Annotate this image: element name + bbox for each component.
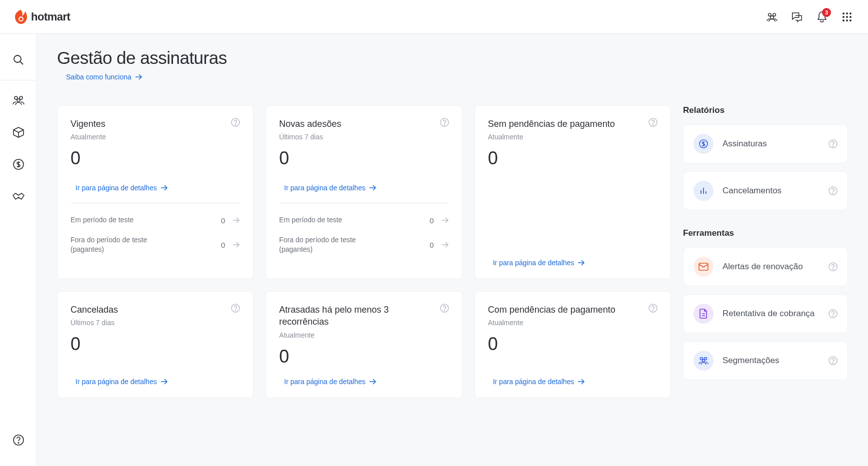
- details-link[interactable]: Ir para página de detalhes: [284, 184, 448, 192]
- svg-point-28: [236, 310, 236, 311]
- metrics-grid: Vigentes Atualmente 0 Ir para página de …: [57, 105, 671, 398]
- sidebar-item-help[interactable]: [0, 424, 36, 456]
- details-link[interactable]: Ir para página de detalhes: [284, 378, 448, 386]
- sidebar-item-search[interactable]: [0, 44, 36, 76]
- svg-point-1: [20, 17, 22, 20]
- info-icon[interactable]: [828, 186, 838, 195]
- reports-title: Relatórios: [683, 105, 848, 115]
- header-actions: 3: [766, 11, 853, 23]
- side-card-subscriptions[interactable]: Assinaturas: [683, 124, 848, 163]
- svg-point-17: [17, 99, 20, 102]
- svg-point-47: [832, 363, 833, 363]
- arrow-right-icon: [160, 184, 168, 192]
- card-no-pending: Sem pendências de pagamento Atualmente 0…: [474, 105, 671, 279]
- details-link[interactable]: Ir para página de detalhes: [76, 184, 240, 192]
- arrow-right-icon: [441, 216, 449, 224]
- info-icon[interactable]: [828, 262, 838, 271]
- bars-icon: [694, 181, 714, 201]
- sidebar-item-sales[interactable]: [0, 148, 36, 180]
- dollar-circle-icon: [694, 134, 714, 154]
- logo-text: hotmart: [31, 10, 70, 23]
- info-icon[interactable]: [648, 304, 658, 313]
- card-subtitle: Atualmente: [279, 331, 448, 339]
- svg-point-15: [14, 96, 18, 99]
- breakdown-row[interactable]: Em período de teste 0: [279, 210, 448, 230]
- flame-icon: [15, 10, 27, 24]
- svg-point-40: [832, 269, 833, 269]
- sidebar-item-affiliates[interactable]: [0, 180, 36, 212]
- info-icon[interactable]: [828, 309, 838, 318]
- svg-point-7: [850, 12, 852, 14]
- sidebar-item-community[interactable]: [0, 84, 36, 116]
- logo[interactable]: hotmart: [15, 10, 70, 24]
- side-card-renewal-alerts[interactable]: Alertas de renovação: [683, 247, 848, 286]
- arrow-right-icon: [134, 73, 142, 81]
- card-subtitle: Últimos 7 dias: [70, 319, 240, 327]
- details-link[interactable]: Ir para página de detalhes: [76, 378, 240, 386]
- side-card-segmentations[interactable]: Segmentações: [683, 341, 848, 380]
- info-icon[interactable]: [828, 139, 838, 148]
- notifications-icon[interactable]: 3: [816, 11, 828, 23]
- card-title: Canceladas: [70, 304, 118, 316]
- svg-point-20: [18, 443, 19, 444]
- breakdown-row[interactable]: Em período de teste 0: [70, 210, 240, 230]
- svg-point-6: [846, 12, 848, 14]
- arrow-right-icon: [577, 378, 585, 386]
- svg-point-24: [444, 124, 444, 125]
- help-icon: [12, 434, 24, 446]
- card-title: Com pendências de pagamento: [488, 304, 616, 316]
- breakdown-row[interactable]: Fora do período de teste (pagantes) 0: [279, 230, 448, 260]
- info-icon[interactable]: [648, 118, 658, 127]
- main-content: Gestão de assinaturas Saiba como funcion…: [37, 34, 868, 466]
- arrow-right-icon: [232, 241, 240, 249]
- svg-point-2: [768, 13, 772, 16]
- card-title: Atrasadas há pelo menos 3 recorrências: [279, 304, 440, 328]
- info-icon[interactable]: [828, 356, 838, 365]
- card-with-pending: Com pendências de pagamento Atualmente 0…: [474, 291, 671, 398]
- apps-icon[interactable]: [841, 11, 853, 23]
- divider: [0, 80, 36, 80]
- tools-title: Ferramentas: [683, 228, 848, 238]
- arrow-right-icon: [160, 378, 168, 386]
- breakdown-row[interactable]: Fora do período de teste (pagantes) 0: [70, 230, 240, 260]
- svg-point-10: [850, 16, 852, 18]
- people-icon: [12, 95, 25, 105]
- sidebar-item-products[interactable]: [0, 116, 36, 148]
- mail-icon: [694, 257, 714, 277]
- card-value: 0: [488, 148, 658, 169]
- svg-rect-38: [699, 263, 708, 270]
- svg-point-12: [846, 19, 848, 21]
- card-subtitle: Últimos 7 dias: [279, 133, 448, 141]
- svg-point-32: [652, 310, 653, 311]
- side-card-retry-billing[interactable]: Retentativa de cobrança: [683, 294, 848, 333]
- card-value: 0: [279, 346, 448, 367]
- info-icon[interactable]: [440, 304, 449, 313]
- svg-point-35: [832, 146, 833, 146]
- notification-badge: 3: [822, 8, 831, 17]
- side-card-cancellations[interactable]: Cancelamentos: [683, 171, 848, 210]
- info-icon[interactable]: [231, 304, 240, 313]
- details-link[interactable]: Ir para página de detalhes: [493, 259, 658, 267]
- info-icon[interactable]: [440, 118, 449, 127]
- info-icon[interactable]: [231, 118, 240, 127]
- community-icon[interactable]: [766, 11, 778, 23]
- svg-point-4: [770, 15, 774, 18]
- page-title: Gestão de assinaturas: [57, 48, 848, 68]
- card-subtitle: Atualmente: [70, 133, 240, 141]
- search-icon: [13, 54, 24, 65]
- svg-point-13: [850, 19, 852, 21]
- card-late: Atrasadas há pelo menos 3 recorrências A…: [266, 291, 462, 398]
- svg-point-14: [14, 55, 21, 62]
- details-link[interactable]: Ir para página de detalhes: [493, 378, 658, 386]
- svg-point-16: [20, 96, 22, 99]
- card-new: Novas adesões Últimos 7 dias 0 Ir para p…: [266, 105, 462, 279]
- people-icon: [694, 351, 714, 371]
- arrow-right-icon: [368, 378, 376, 386]
- learn-more-link[interactable]: Saiba como funciona: [66, 73, 142, 81]
- card-value: 0: [70, 334, 240, 355]
- box-icon: [12, 126, 24, 138]
- chat-icon[interactable]: [791, 11, 803, 23]
- svg-point-42: [832, 316, 833, 316]
- card-subtitle: Atualmente: [488, 133, 658, 141]
- sidebar: [0, 34, 37, 466]
